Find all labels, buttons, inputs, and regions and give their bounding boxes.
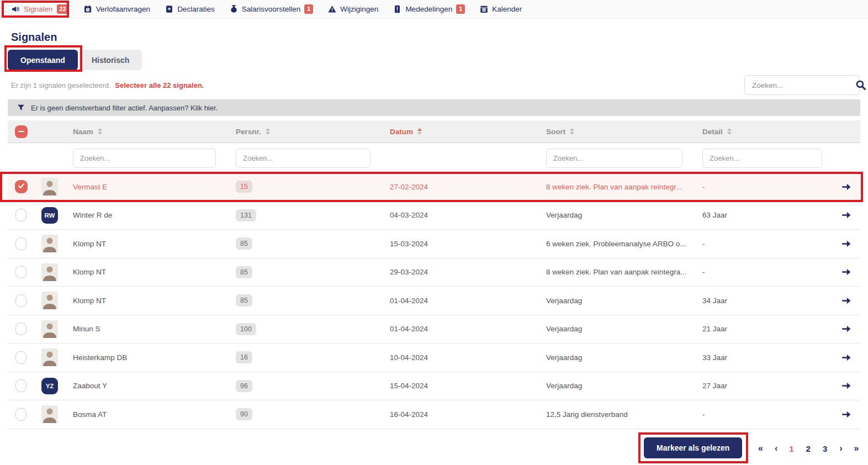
search-input[interactable] [745, 81, 855, 89]
sort-arrows-icon [417, 128, 422, 135]
nav-item-signalen[interactable]: Signalen22 [12, 4, 69, 13]
nav-item-wijzigingen[interactable]: Wijzigingen [328, 5, 378, 13]
row-checkbox[interactable] [15, 294, 27, 307]
open-signal-arrow-icon[interactable] [833, 411, 860, 418]
page-title: Signalen [11, 31, 57, 44]
avatar: YZ [41, 378, 58, 394]
signalen-screen: Signalen22VerlofaanvragenDeclaratiesSala… [0, 0, 868, 465]
cell-datum: 04-03-2024 [382, 211, 538, 219]
select-all-checkbox[interactable] [15, 125, 28, 138]
cell-detail: 34 Jaar [695, 297, 833, 305]
cell-soort: Verjaardag [538, 353, 695, 362]
table-row[interactable]: Vermast E1527-02-20248 weken ziek. Plan … [8, 173, 860, 202]
nav-item-verlofaanvragen[interactable]: Verlofaanvragen [84, 5, 150, 13]
row-checkbox[interactable] [15, 266, 27, 278]
search-icon[interactable] [855, 80, 868, 91]
persnr-badge: 16 [236, 351, 252, 363]
checkbox-cell [8, 323, 34, 335]
table-row[interactable]: RWWinter R de13104-03-2024Verjaardag63 J… [8, 202, 860, 230]
table-row[interactable]: Klomp NT8529-03-20248 weken ziek. Plan v… [8, 258, 860, 287]
persnr-badge: 15 [236, 181, 252, 193]
row-checkbox[interactable] [15, 323, 27, 335]
selection-status: Er zijn 1 signalen geselecteerd. Selecte… [11, 81, 204, 89]
open-signal-arrow-icon[interactable] [833, 297, 860, 304]
pagination-next[interactable]: › [833, 441, 848, 456]
dienstverband-filter-banner[interactable]: Er is geen dienstverband filter actief. … [8, 99, 860, 116]
pagination-page-3[interactable]: 3 [817, 442, 833, 456]
selection-count-text: Er zijn 1 signalen geselecteerd. [11, 81, 111, 89]
nav-item-mededelingen[interactable]: Mededelingen1 [393, 4, 465, 13]
cell-persnr: 85 [228, 237, 382, 250]
pagination-last[interactable]: » [848, 441, 865, 456]
sort-arrows-icon [266, 128, 270, 135]
pagination-page-2[interactable]: 2 [800, 442, 817, 456]
persnr-badge: 85 [236, 294, 252, 307]
column-header-naam[interactable]: Naam [65, 128, 228, 136]
view-tabs: Openstaand Historisch [8, 50, 142, 70]
row-checkbox[interactable] [15, 351, 27, 364]
pagination-prev[interactable]: ‹ [769, 441, 783, 456]
avatar [41, 405, 58, 423]
open-signal-arrow-icon[interactable] [833, 268, 860, 276]
open-signal-arrow-icon[interactable] [833, 183, 860, 191]
table-row[interactable]: YZZaabout Y9615-04-2024Verjaardag27 Jaar [8, 372, 860, 401]
table-row[interactable]: Heisterkamp DB1610-04-2024Verjaardag33 J… [8, 344, 860, 372]
cell-soort: Verjaardag [538, 325, 695, 333]
open-signal-arrow-icon[interactable] [833, 240, 860, 247]
tab-openstaand[interactable]: Openstaand [8, 50, 78, 70]
table-row[interactable]: Bosma AT9016-04-202412,5 Jarig dienstver… [8, 400, 860, 429]
filter-input-detail[interactable] [702, 149, 822, 168]
nav-item-declaraties[interactable]: Declaraties [165, 5, 215, 13]
cell-detail: 33 Jaar [695, 353, 833, 362]
table-row[interactable]: Minun S10001-04-2024Verjaardag21 Jaar [8, 315, 860, 344]
column-header-detail[interactable]: Detail [695, 128, 833, 136]
pagination-first[interactable]: « [752, 441, 769, 456]
open-signal-arrow-icon[interactable] [833, 212, 860, 219]
nav-item-salarisvoorstellen[interactable]: Salarisvoorstellen1 [230, 4, 314, 13]
nav-item-label: Declaraties [177, 5, 215, 13]
cell-persnr: 96 [228, 380, 382, 392]
row-checkbox[interactable] [15, 209, 27, 221]
row-checkbox[interactable] [15, 379, 27, 392]
row-checkbox[interactable] [15, 408, 27, 421]
cell-naam: Heisterkamp DB [65, 353, 228, 362]
avatar: RW [41, 207, 58, 224]
cell-soort: 12,5 Jarig dienstverband [538, 410, 695, 419]
mark-as-read-button[interactable]: Markeer als gelezen [644, 437, 742, 458]
column-header-persnr-[interactable]: Persnr. [228, 128, 382, 136]
sort-arrows-icon [727, 128, 732, 135]
table-row[interactable]: Klomp NT8501-04-2024Verjaardag34 Jaar [8, 287, 860, 315]
column-header-soort[interactable]: Soort [538, 128, 695, 136]
row-checkbox[interactable] [15, 180, 28, 193]
filter-input-naam[interactable] [73, 149, 216, 168]
column-header-datum[interactable]: Datum [382, 128, 538, 136]
filter-cell-soort [538, 149, 695, 168]
open-signal-arrow-icon[interactable] [833, 382, 860, 389]
open-signal-arrow-icon[interactable] [833, 325, 860, 332]
table-search [744, 75, 860, 95]
persnr-badge: 85 [236, 266, 252, 278]
tab-historisch[interactable]: Historisch [79, 50, 142, 70]
cell-soort: 6 weken ziek. Probleemanalyse ARBO o... [538, 240, 695, 248]
calendar-clock-icon [84, 5, 92, 13]
table-row[interactable]: Klomp NT8515-03-20246 weken ziek. Proble… [8, 230, 860, 258]
avatar [41, 348, 58, 366]
cell-detail: - [695, 268, 833, 276]
select-all-link[interactable]: Selecteer alle 22 signalen. [115, 81, 204, 89]
table-body: Vermast E1527-02-20248 weken ziek. Plan … [8, 173, 860, 429]
checkbox-cell [8, 237, 34, 250]
filter-input-persnr[interactable] [236, 149, 371, 168]
open-signal-arrow-icon[interactable] [833, 354, 860, 361]
cell-detail: 21 Jaar [695, 325, 833, 333]
nav-badge: 22 [57, 4, 69, 13]
warning-triangle-icon [328, 5, 336, 13]
receipt-icon [165, 5, 173, 13]
checkbox-cell [8, 379, 34, 392]
filter-input-soort[interactable] [546, 149, 682, 168]
nav-item-kalender[interactable]: Kalender [480, 5, 522, 13]
cell-persnr: 15 [228, 181, 382, 193]
row-checkbox[interactable] [15, 237, 27, 250]
pagination-page-1[interactable]: 1 [783, 442, 800, 456]
cell-naam: Bosma AT [65, 410, 228, 419]
cell-naam: Vermast E [65, 183, 228, 191]
